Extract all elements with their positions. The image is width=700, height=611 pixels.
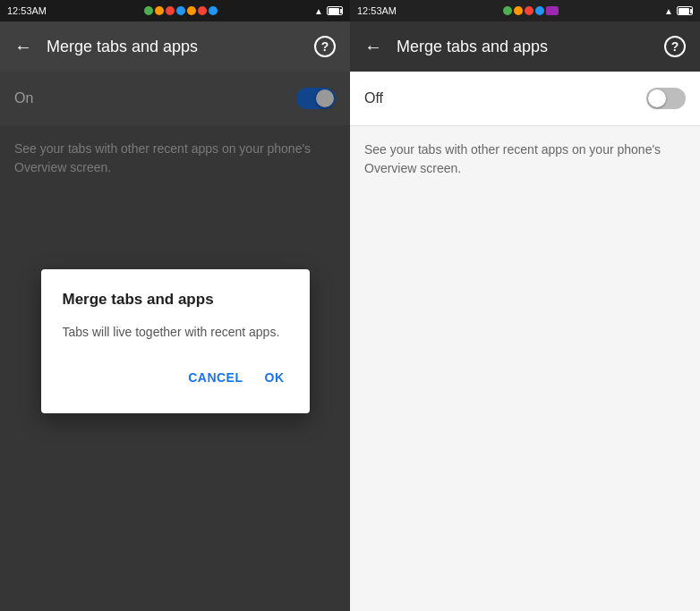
right-toggle[interactable]	[646, 88, 686, 109]
icon-dot-orange	[155, 6, 164, 15]
right-status-bar: 12:53AM ▲	[350, 0, 700, 21]
icon-dot-green	[144, 6, 153, 15]
left-status-icons	[144, 6, 218, 15]
left-status-right: ▲	[314, 6, 343, 16]
right-setting-row[interactable]: Off	[350, 72, 700, 126]
right-description: See your tabs with other recent apps on …	[350, 126, 700, 192]
dialog: Merge tabs and apps Tabs will live toget…	[41, 269, 310, 413]
r-toggle-thumb	[648, 89, 666, 107]
r-help-button[interactable]: ?	[664, 36, 686, 57]
left-status-bar: 12:53AM ▲	[0, 0, 350, 21]
dialog-message: Tabs will live together with recent apps…	[63, 323, 288, 342]
wifi-icon: ▲	[314, 6, 323, 16]
dialog-overlay: Merge tabs and apps Tabs will live toget…	[0, 72, 350, 611]
r-wifi-icon: ▲	[664, 6, 673, 16]
r-icon-purple	[546, 6, 559, 15]
icon-dot-blue2	[209, 6, 218, 15]
help-button[interactable]: ?	[314, 36, 336, 57]
icon-dot-orange2	[187, 6, 196, 15]
left-content: On See your tabs with other recent apps …	[0, 72, 350, 611]
r-icon-dot-green	[503, 6, 512, 15]
right-content: Off See your tabs with other recent apps…	[350, 72, 700, 611]
right-status-icons	[503, 6, 559, 15]
battery-icon	[327, 6, 343, 15]
icon-dot-blue	[176, 6, 185, 15]
ok-button[interactable]: OK	[261, 363, 288, 392]
right-toolbar: ← Merge tabs and apps ?	[350, 21, 700, 72]
right-status-time: 12:53AM	[357, 5, 397, 16]
dialog-buttons: CANCEL OK	[63, 363, 288, 392]
icon-dot-red2	[198, 6, 207, 15]
back-button[interactable]: ←	[14, 37, 32, 57]
right-panel: 12:53AM ▲ ← Merge tabs and apps ? Off	[350, 0, 700, 611]
cancel-button[interactable]: CANCEL	[184, 363, 246, 392]
right-page-title: Merge tabs and apps	[397, 38, 650, 56]
dialog-title: Merge tabs and apps	[63, 291, 288, 309]
r-icon-dot-blue	[535, 6, 544, 15]
r-back-button[interactable]: ←	[364, 37, 382, 57]
left-toolbar: ← Merge tabs and apps ?	[0, 21, 350, 72]
r-icon-dot-red	[525, 6, 534, 15]
right-setting-label: Off	[364, 90, 383, 106]
icon-dot-red	[166, 6, 175, 15]
right-status-right: ▲	[664, 6, 693, 16]
left-panel: 12:53AM ▲ ← Merge tabs and apps ? On	[0, 0, 350, 611]
r-battery-icon	[677, 6, 693, 15]
left-status-time: 12:53AM	[7, 5, 47, 16]
r-icon-dot-orange	[514, 6, 523, 15]
left-page-title: Merge tabs and apps	[47, 38, 300, 56]
